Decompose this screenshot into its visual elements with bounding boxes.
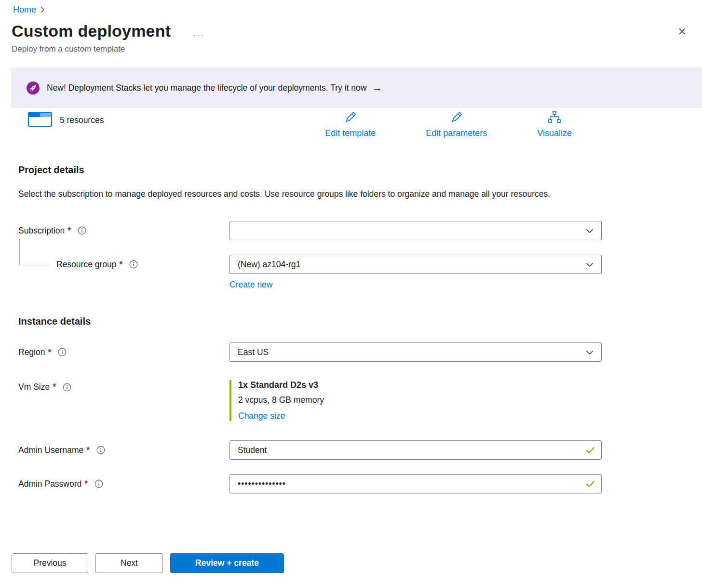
edit-parameters-button[interactable]: Edit parameters: [426, 111, 487, 138]
breadcrumb-home-link[interactable]: Home: [13, 5, 36, 15]
page-subtitle: Deploy from a custom template: [12, 44, 702, 54]
subscription-label: Subscription: [18, 226, 65, 236]
breadcrumb-chevron-icon: [40, 6, 45, 14]
project-details-description: Select the subscription to manage deploy…: [18, 186, 578, 202]
page-title: Custom deployment: [12, 22, 171, 41]
admin-password-input[interactable]: [230, 474, 602, 493]
template-resources-icon: [28, 112, 52, 129]
info-icon[interactable]: [63, 383, 71, 392]
announcement-banner: New! Deployment Stacks let you manage th…: [11, 68, 702, 108]
review-create-button[interactable]: Review + create: [170, 553, 284, 573]
pencil-icon: [344, 111, 357, 126]
chevron-down-icon: [586, 260, 594, 270]
instance-details-heading: Instance details: [18, 316, 690, 327]
vm-size-summary: 1x Standard D2s v3 2 vcpus, 8 GB memory …: [230, 380, 602, 421]
project-details-heading: Project details: [18, 164, 690, 176]
required-marker: *: [68, 226, 71, 236]
required-marker: *: [53, 382, 56, 392]
nesting-connector: [19, 239, 50, 265]
region-label: Region: [18, 347, 45, 357]
region-value: East US: [238, 347, 269, 357]
close-icon[interactable]: ✕: [674, 24, 690, 40]
subscription-dropdown[interactable]: [230, 221, 602, 240]
info-icon[interactable]: [58, 348, 67, 356]
region-dropdown[interactable]: East US: [230, 342, 602, 362]
change-size-link[interactable]: Change size: [238, 411, 285, 421]
admin-username-label: Admin Username: [18, 445, 83, 455]
resource-group-row: Resource group * (New) az104-rg1: [18, 255, 702, 274]
required-marker: *: [86, 445, 90, 455]
vm-size-value: 1x Standard D2s v3: [238, 380, 602, 390]
resource-group-dropdown[interactable]: (New) az104-rg1: [230, 255, 602, 274]
next-button[interactable]: Next: [95, 553, 163, 573]
required-marker: *: [120, 260, 123, 270]
resource-group-label: Resource group: [56, 260, 117, 270]
info-icon[interactable]: [94, 479, 103, 488]
previous-button[interactable]: Previous: [12, 553, 88, 573]
admin-username-row: Admin Username *: [18, 440, 702, 460]
visualize-label: Visualize: [537, 128, 572, 138]
chevron-down-icon: [586, 226, 594, 236]
more-options-button[interactable]: ···: [193, 32, 204, 37]
edit-parameters-label: Edit parameters: [426, 128, 487, 138]
vm-size-label: Vm Size: [18, 382, 50, 392]
subscription-row: Subscription *: [18, 221, 702, 240]
info-icon[interactable]: [129, 260, 138, 269]
vm-size-row: Vm Size * 1x Standard D2s v3 2 vcpus, 8 …: [18, 380, 702, 421]
info-icon[interactable]: [96, 446, 105, 454]
resource-group-value: (New) az104-rg1: [238, 260, 300, 270]
page-header: Custom deployment ··· ✕: [12, 22, 690, 41]
edit-template-button[interactable]: Edit template: [325, 111, 376, 138]
vm-size-specs: 2 vcpus, 8 GB memory: [238, 395, 602, 405]
chevron-down-icon: [586, 347, 594, 357]
breadcrumb: Home: [0, 0, 702, 15]
banner-message: New! Deployment Stacks let you manage th…: [47, 83, 366, 93]
create-new-link[interactable]: Create new: [230, 280, 273, 289]
wizard-footer: Previous Next Review + create: [12, 553, 702, 573]
diagram-icon: [548, 111, 561, 126]
resource-count: 5 resources: [60, 115, 104, 125]
admin-username-input[interactable]: [230, 440, 602, 460]
pencil-icon: [450, 111, 463, 126]
admin-password-label: Admin Password: [18, 479, 81, 489]
edit-template-label: Edit template: [325, 128, 376, 138]
template-bar: 5 resources Edit template Edit parameter…: [12, 111, 690, 138]
visualize-button[interactable]: Visualize: [537, 111, 572, 138]
banner-arrow-icon[interactable]: →: [372, 82, 382, 94]
rocket-icon: [27, 82, 40, 95]
required-marker: *: [84, 479, 88, 489]
admin-password-row: Admin Password *: [18, 474, 702, 493]
region-row: Region * East US: [18, 342, 702, 362]
required-marker: *: [48, 347, 51, 357]
info-icon[interactable]: [78, 226, 86, 235]
